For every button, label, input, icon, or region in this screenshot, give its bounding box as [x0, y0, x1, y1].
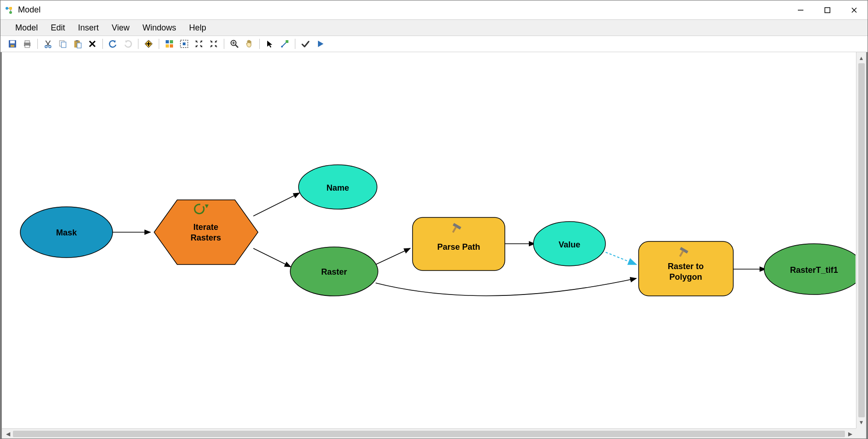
save-icon[interactable] — [7, 38, 18, 49]
toolbar-separator — [102, 39, 103, 49]
svg-point-52 — [281, 46, 283, 48]
scroll-up-arrow-icon[interactable]: ▲ — [859, 54, 864, 62]
horizontal-scrollbar[interactable]: ◀ ▶ — [2, 428, 856, 439]
svg-marker-26 — [113, 41, 116, 43]
node-parse-path[interactable]: Parse Path — [413, 217, 505, 271]
add-data-icon[interactable] — [143, 38, 154, 49]
svg-point-2 — [9, 11, 12, 14]
window-title: Model — [18, 5, 41, 15]
node-parsepath-label: Parse Path — [437, 242, 480, 252]
canvas-frame: Mask Iterate Rasters Name — [0, 52, 868, 439]
delete-icon[interactable] — [87, 38, 98, 49]
svg-rect-10 — [10, 41, 15, 43]
svg-point-17 — [45, 46, 48, 48]
node-r2p-label-1: Raster to — [668, 262, 704, 271]
undo-icon[interactable] — [108, 38, 119, 49]
scroll-down-arrow-icon[interactable]: ▼ — [859, 418, 864, 427]
svg-rect-20 — [61, 42, 66, 48]
svg-marker-27 — [125, 41, 128, 43]
close-button[interactable] — [841, 0, 868, 20]
zoom-in-fixed-icon[interactable] — [193, 38, 204, 49]
svg-rect-33 — [166, 44, 169, 48]
menu-bar: Model Edit Insert View Windows Help — [0, 20, 868, 36]
node-name-label: Name — [326, 183, 349, 192]
svg-rect-11 — [11, 45, 14, 47]
scroll-corner — [856, 428, 866, 439]
connect-icon[interactable] — [279, 38, 290, 49]
node-raster-label: Raster — [321, 267, 347, 277]
menu-view[interactable]: View — [105, 21, 136, 35]
svg-rect-51 — [286, 40, 288, 43]
node-mask[interactable]: Mask — [20, 207, 113, 258]
toolbar — [0, 36, 868, 52]
svg-marker-57 — [154, 200, 258, 265]
svg-marker-49 — [267, 41, 272, 48]
node-value[interactable]: Value — [533, 222, 605, 266]
svg-point-18 — [49, 46, 51, 48]
toolbar-separator — [295, 39, 295, 49]
paste-icon[interactable] — [72, 38, 83, 49]
scroll-right-arrow-icon[interactable]: ▶ — [846, 431, 854, 437]
connector-value-to-rastertopoly[interactable] — [602, 251, 636, 265]
svg-marker-53 — [318, 41, 323, 47]
auto-layout-icon[interactable] — [164, 38, 175, 49]
svg-rect-6 — [825, 7, 830, 12]
connector-raster-to-parsepath[interactable] — [376, 248, 410, 265]
toolbar-separator — [259, 39, 260, 49]
node-iterate-rasters[interactable]: Iterate Rasters — [154, 200, 258, 265]
svg-point-0 — [6, 7, 8, 10]
menu-help[interactable]: Help — [183, 21, 213, 35]
menu-insert[interactable]: Insert — [72, 21, 105, 35]
validate-icon[interactable] — [300, 38, 311, 49]
svg-rect-32 — [170, 40, 173, 43]
horizontal-scroll-thumb[interactable] — [13, 431, 845, 437]
toolbar-separator — [37, 39, 38, 49]
select-icon[interactable] — [264, 38, 275, 49]
scroll-left-arrow-icon[interactable]: ◀ — [4, 431, 12, 437]
svg-rect-36 — [183, 42, 186, 45]
model-canvas[interactable]: Mask Iterate Rasters Name — [2, 52, 856, 428]
pan-icon[interactable] — [244, 38, 255, 49]
vertical-scrollbar[interactable]: ▲ ▼ — [856, 52, 866, 428]
vertical-scroll-thumb[interactable] — [858, 63, 865, 417]
app-icon — [5, 6, 14, 15]
node-output[interactable]: RasterT_tif1 — [764, 244, 856, 295]
maximize-button[interactable] — [814, 0, 841, 20]
run-icon[interactable] — [315, 38, 326, 49]
node-r2p-label-2: Polygon — [670, 272, 702, 282]
menu-model[interactable]: Model — [9, 21, 44, 35]
svg-rect-31 — [166, 40, 169, 43]
node-iterate-label-2: Rasters — [191, 233, 221, 242]
zoom-in-icon[interactable] — [229, 38, 240, 49]
toolbar-separator — [138, 39, 138, 49]
svg-rect-14 — [25, 45, 30, 48]
node-name[interactable]: Name — [299, 165, 377, 209]
connector-iterate-to-raster[interactable] — [253, 248, 291, 267]
node-value-label: Value — [558, 240, 580, 249]
node-iterate-label-1: Iterate — [193, 223, 218, 232]
svg-rect-13 — [25, 41, 30, 43]
model-builder-window: Model Model Edit Insert View Windows Hel… — [0, 0, 868, 439]
svg-line-46 — [235, 45, 238, 48]
svg-rect-1 — [9, 7, 12, 10]
print-icon[interactable] — [22, 38, 33, 49]
full-extent-icon[interactable] — [179, 38, 190, 49]
menu-edit[interactable]: Edit — [44, 21, 72, 35]
redo-icon[interactable] — [122, 38, 133, 49]
node-raster[interactable]: Raster — [290, 247, 378, 296]
toolbar-separator — [224, 39, 224, 49]
node-output-label: RasterT_tif1 — [790, 265, 838, 275]
svg-rect-22 — [76, 40, 78, 42]
minimize-button[interactable] — [787, 0, 814, 20]
node-mask-label: Mask — [56, 228, 77, 237]
svg-rect-23 — [77, 43, 81, 48]
svg-rect-34 — [170, 44, 173, 48]
menu-windows[interactable]: Windows — [136, 21, 183, 35]
toolbar-separator — [159, 39, 159, 49]
connector-raster-to-rastertopoly[interactable] — [376, 278, 636, 296]
copy-icon[interactable] — [57, 38, 68, 49]
cut-icon[interactable] — [42, 38, 54, 49]
zoom-out-fixed-icon[interactable] — [208, 38, 219, 49]
connector-iterate-to-name[interactable] — [253, 193, 299, 216]
node-raster-to-polygon[interactable]: Raster to Polygon — [639, 241, 733, 296]
